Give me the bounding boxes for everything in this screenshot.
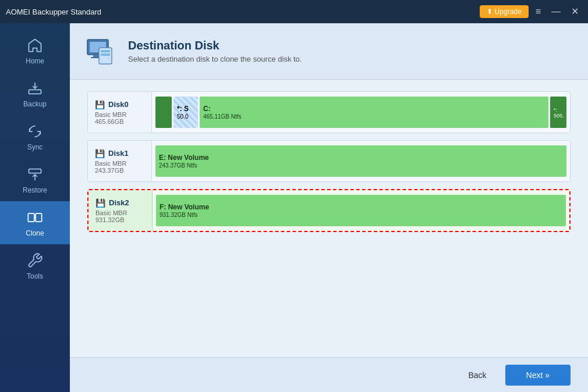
disk-item-disk2[interactable]: 💾 Disk2 Basic MBR 931.32GB F: New Volume… <box>87 189 571 232</box>
disk0-meta: Basic MBR 465.66GB <box>95 111 144 125</box>
sidebar-label-home: Home <box>26 57 44 65</box>
destination-disk-icon <box>82 34 116 69</box>
page-header: Destination Disk Select a destination di… <box>70 23 588 80</box>
back-button[interactable]: Back <box>456 366 498 384</box>
disk1-partition-e: E: New Volume 243.37GB Ntfs <box>155 145 566 177</box>
svg-rect-1 <box>29 169 41 173</box>
sidebar-item-tools[interactable]: Tools <box>0 244 70 287</box>
footer: Back Next » <box>70 357 588 392</box>
disk2-meta: Basic MBR 931.32GB <box>95 209 145 223</box>
sidebar-label-backup: Backup <box>23 100 47 108</box>
svg-rect-0 <box>29 90 41 94</box>
disk0-hdd-icon: 💾 <box>95 100 105 109</box>
disk0-partition-end: *:505. <box>550 97 566 128</box>
disk2-label: Disk2 <box>109 198 129 207</box>
restore-icon <box>26 165 44 184</box>
sidebar: Home Backup Sync Restore Clone <box>0 23 70 392</box>
minimize-button[interactable]: — <box>548 6 564 17</box>
close-button[interactable]: ✕ <box>568 6 582 17</box>
disk0-partition-s: *: S 50.0 <box>173 97 198 128</box>
svg-rect-10 <box>101 54 110 56</box>
disk0-partitions: *: S 50.0 C: 465.11GB Ntfs *:505. <box>152 92 570 133</box>
svg-rect-2 <box>28 213 34 222</box>
disk0-name-row: 💾 Disk0 <box>95 100 144 109</box>
disk2-info: 💾 Disk2 Basic MBR 931.32GB <box>88 190 153 231</box>
title-bar: AOMEI Backupper Standard ⬆ Upgrade ≡ — ✕ <box>0 0 588 23</box>
header-text: Destination Disk Select a destination di… <box>128 39 302 63</box>
disk2-name-row: 💾 Disk2 <box>95 198 145 208</box>
disk1-name-row: 💾 Disk1 <box>95 149 144 158</box>
title-bar-controls: ⬆ Upgrade ≡ — ✕ <box>480 5 582 18</box>
tools-icon <box>26 251 44 270</box>
sidebar-item-backup[interactable]: Backup <box>0 72 70 115</box>
sidebar-label-restore: Restore <box>23 186 47 194</box>
disk0-label: Disk0 <box>108 100 129 109</box>
disk1-hdd-icon: 💾 <box>95 149 105 158</box>
disk2-partitions: F: New Volume 931.32GB Ntfs <box>153 190 569 231</box>
sidebar-label-sync: Sync <box>27 143 43 151</box>
app-title: AOMEI Backupper Standard <box>6 8 101 16</box>
sidebar-label-tools: Tools <box>27 272 43 280</box>
sidebar-item-sync[interactable]: Sync <box>0 115 70 158</box>
disk2-hdd-icon: 💾 <box>95 198 105 208</box>
sidebar-label-clone: Clone <box>26 229 44 237</box>
main-layout: Home Backup Sync Restore Clone <box>0 23 588 392</box>
content-area: Destination Disk Select a destination di… <box>70 23 588 392</box>
disk-item-disk0[interactable]: 💾 Disk0 Basic MBR 465.66GB *: S 50.0 <box>87 91 571 133</box>
page-title: Destination Disk <box>128 39 302 52</box>
title-bar-left: AOMEI Backupper Standard <box>6 8 101 16</box>
menu-button[interactable]: ≡ <box>532 6 544 17</box>
sync-icon <box>26 122 44 141</box>
disk0-info: 💾 Disk0 Basic MBR 465.66GB <box>88 92 152 133</box>
disk1-label: Disk1 <box>108 149 129 158</box>
clone-icon <box>26 208 44 227</box>
disk1-meta: Basic MBR 243.37GB <box>95 160 144 174</box>
sidebar-item-clone[interactable]: Clone <box>0 201 70 244</box>
disk0-partition-system <box>155 97 172 128</box>
backup-icon <box>26 79 44 98</box>
disk1-info: 💾 Disk1 Basic MBR 243.37GB <box>88 141 152 181</box>
home-icon <box>26 36 44 55</box>
disk-list: 💾 Disk0 Basic MBR 465.66GB *: S 50.0 <box>70 80 588 357</box>
next-button[interactable]: Next » <box>505 365 571 386</box>
upgrade-button[interactable]: ⬆ Upgrade <box>480 5 528 18</box>
sidebar-item-home[interactable]: Home <box>0 29 70 72</box>
disk1-partitions: E: New Volume 243.37GB Ntfs <box>152 141 570 181</box>
disk2-partition-f: F: New Volume 931.32GB Ntfs <box>156 195 566 226</box>
disk-item-disk1[interactable]: 💾 Disk1 Basic MBR 243.37GB E: New Volume… <box>87 140 571 182</box>
svg-rect-3 <box>36 213 41 222</box>
disk0-partition-c: C: 465.11GB Ntfs <box>200 97 548 128</box>
page-subtitle: Select a destination disk to clone the s… <box>128 55 302 63</box>
svg-rect-9 <box>101 50 110 52</box>
sidebar-item-restore[interactable]: Restore <box>0 158 70 201</box>
